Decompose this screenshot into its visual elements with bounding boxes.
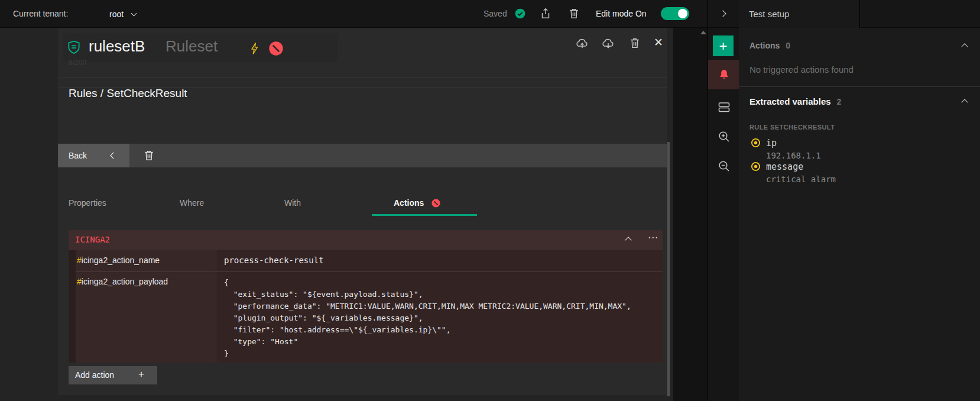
ruleset-type-label: Ruleset	[166, 37, 218, 56]
collapse-panel-button[interactable]	[716, 8, 729, 19]
zoom-in-icon	[717, 130, 731, 144]
delete-rule-button[interactable]	[142, 149, 155, 162]
chevron-right-icon	[719, 10, 726, 17]
action-card-icinga2: ICINGA2 ⋯ #icinga2_action_name process-c…	[69, 230, 663, 363]
blocked-status-icon	[431, 198, 441, 208]
alerts-button-active[interactable]	[708, 60, 739, 89]
side-icon-strip: +	[708, 28, 739, 401]
tab-test-setup-label: Test setup	[749, 9, 789, 19]
delete-button[interactable]	[628, 37, 641, 50]
action-card-header[interactable]: ICINGA2 ⋯	[69, 230, 663, 250]
tab-where[interactable]: Where	[180, 198, 204, 208]
close-button[interactable]: ✕	[654, 35, 663, 49]
upload-button[interactable]	[576, 37, 589, 50]
rule-group-label: RULE SETCHECKRESULT	[749, 124, 835, 131]
edit-mode-toggle[interactable]	[661, 7, 689, 20]
delete-ruleset-button[interactable]	[567, 7, 580, 20]
export-button[interactable]	[539, 7, 552, 20]
blocked-status-icon	[268, 40, 284, 57]
variable-radio-icon[interactable]	[751, 161, 761, 172]
scroll-up-arrow-icon[interactable]	[700, 31, 706, 34]
cloud-upload-icon	[576, 37, 589, 50]
current-tenant-label: Current tenant:	[13, 9, 68, 18]
trash-icon	[628, 37, 641, 50]
plus-icon: +	[138, 368, 144, 380]
variables-title: Extracted variables	[749, 96, 831, 106]
tenant-value: root	[109, 9, 124, 19]
back-button[interactable]: Back	[58, 144, 129, 167]
add-action-label: Add action	[75, 370, 114, 380]
active-tab-indicator	[372, 214, 477, 216]
chevron-left-icon	[110, 152, 116, 159]
divider	[58, 77, 667, 77]
save-status: Saved	[483, 8, 526, 20]
toggle-knob	[678, 9, 687, 18]
action-name-value[interactable]: process-check-result	[224, 256, 324, 265]
row-divider	[76, 271, 663, 272]
key-text: icinga2_action_payload	[82, 277, 168, 286]
saved-check-icon	[514, 8, 526, 20]
hash-prefix: #	[77, 256, 82, 265]
ruleset-name: rulesetB	[89, 37, 145, 56]
action-card-title: ICINGA2	[75, 235, 110, 244]
lightning-icon	[248, 41, 261, 56]
saved-label: Saved	[483, 9, 507, 18]
chevron-down-icon	[131, 11, 137, 17]
close-icon: ✕	[654, 36, 663, 48]
hash-prefix: #	[77, 277, 82, 286]
action-payload-key: #icinga2_action_payload	[77, 277, 168, 286]
collapse-variables-icon[interactable]	[961, 99, 968, 105]
variable-name: message	[766, 161, 803, 172]
panel-gutter	[673, 28, 708, 401]
rule-tabs: Properties Where With Actions	[58, 187, 667, 216]
trash-icon	[142, 149, 155, 162]
tab-actions-label: Actions	[394, 198, 424, 208]
plus-icon: +	[713, 35, 734, 56]
action-payload-code[interactable]: { "exit_status": "${event.payload.status…	[224, 277, 631, 360]
top-bar: Current tenant: root Saved Edit mode On	[0, 0, 980, 28]
collapse-actions-icon[interactable]	[961, 43, 968, 50]
topbar-divider	[708, 0, 708, 28]
variable-value: critical alarm	[766, 174, 836, 184]
no-actions-message: No triggered actions found	[749, 64, 854, 75]
actions-section-header: Actions 0	[749, 41, 790, 50]
variable-value: 192.168.1.1	[766, 151, 821, 160]
variables-count: 2	[837, 97, 842, 106]
tab-properties[interactable]: Properties	[69, 198, 106, 208]
download-button[interactable]	[602, 37, 615, 50]
cloud-download-icon	[602, 37, 615, 50]
zoom-out-button[interactable]	[708, 159, 739, 173]
zoom-out-icon	[717, 159, 731, 173]
actions-title: Actions	[749, 41, 780, 50]
add-panel-button[interactable]: +	[713, 35, 734, 56]
tab-actions[interactable]: Actions	[394, 198, 441, 208]
action-card-body: #icinga2_action_name process-check-resul…	[69, 250, 663, 363]
add-action-button[interactable]: Add action +	[69, 366, 157, 384]
bell-icon	[718, 69, 730, 80]
card-label-column	[76, 250, 216, 363]
variable-radio-icon[interactable]	[751, 138, 761, 148]
export-icon	[539, 7, 552, 20]
collapse-card-icon[interactable]	[625, 237, 631, 243]
tenant-dropdown[interactable]: root	[109, 7, 136, 21]
layers-button[interactable]	[708, 100, 739, 114]
divider	[739, 86, 980, 87]
tab-with[interactable]: With	[284, 198, 301, 208]
back-label: Back	[69, 151, 87, 160]
tab-test-setup[interactable]: Test setup	[739, 0, 860, 28]
main-scrollbar[interactable]	[667, 142, 670, 396]
overflow-menu-icon[interactable]: ⋯	[648, 231, 658, 244]
zoom-in-button[interactable]	[708, 130, 739, 144]
actions-count: 0	[786, 41, 790, 50]
variables-section-header: Extracted variables 2	[749, 96, 841, 106]
test-results-panel: Actions 0 No triggered actions found Ext…	[739, 28, 980, 401]
name-char-counter: 8/200	[69, 59, 86, 67]
card-indent-stripe	[69, 250, 76, 363]
edit-mode-label: Edit mode On	[596, 9, 647, 18]
rule-toolbar: Back	[58, 144, 667, 167]
ruleset-shield-icon	[66, 40, 82, 55]
variable-name: ip	[766, 138, 777, 148]
app-window: Current tenant: root Saved Edit mode On	[0, 0, 980, 401]
ruleset-editor-panel: rulesetB Ruleset	[58, 28, 667, 395]
trash-icon	[567, 7, 580, 20]
